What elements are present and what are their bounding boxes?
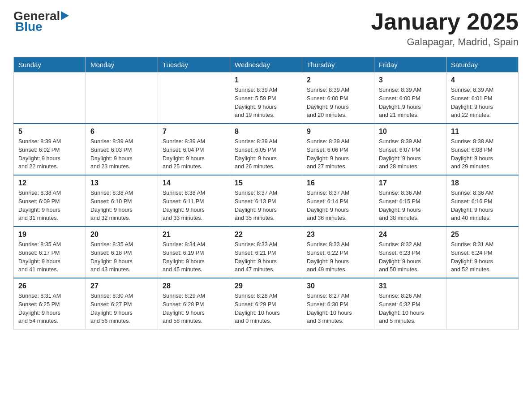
day-number: 17 xyxy=(379,179,442,187)
calendar-header-thursday: Thursday xyxy=(302,57,374,73)
calendar-cell: 5Sunrise: 8:39 AM Sunset: 6:02 PM Daylig… xyxy=(14,124,86,175)
day-number: 10 xyxy=(379,128,442,136)
calendar-cell: 15Sunrise: 8:37 AM Sunset: 6:13 PM Dayli… xyxy=(230,175,302,227)
calendar-cell: 25Sunrise: 8:31 AM Sunset: 6:24 PM Dayli… xyxy=(446,227,519,278)
day-info: Sunrise: 8:39 AM Sunset: 6:00 PM Dayligh… xyxy=(307,86,369,120)
calendar-header-monday: Monday xyxy=(86,57,158,73)
calendar-cell: 28Sunrise: 8:29 AM Sunset: 6:28 PM Dayli… xyxy=(158,278,230,330)
calendar-cell: 16Sunrise: 8:37 AM Sunset: 6:14 PM Dayli… xyxy=(302,175,374,227)
calendar-cell: 22Sunrise: 8:33 AM Sunset: 6:21 PM Dayli… xyxy=(230,227,302,278)
day-info: Sunrise: 8:27 AM Sunset: 6:30 PM Dayligh… xyxy=(307,292,369,325)
day-number: 31 xyxy=(379,282,442,290)
day-number: 15 xyxy=(235,179,297,187)
day-info: Sunrise: 8:31 AM Sunset: 6:25 PM Dayligh… xyxy=(18,292,81,325)
calendar-cell: 24Sunrise: 8:32 AM Sunset: 6:23 PM Dayli… xyxy=(374,227,446,278)
day-number: 2 xyxy=(307,76,369,84)
day-number: 5 xyxy=(18,128,81,136)
calendar-cell: 6Sunrise: 8:39 AM Sunset: 6:03 PM Daylig… xyxy=(86,124,158,175)
day-number: 28 xyxy=(163,282,225,290)
day-number: 30 xyxy=(307,282,369,290)
calendar-cell: 18Sunrise: 8:36 AM Sunset: 6:16 PM Dayli… xyxy=(446,175,519,227)
title-block: January 2025 Galapagar, Madrid, Spain xyxy=(371,9,519,48)
calendar-cell: 29Sunrise: 8:28 AM Sunset: 6:29 PM Dayli… xyxy=(230,278,302,330)
day-info: Sunrise: 8:36 AM Sunset: 6:16 PM Dayligh… xyxy=(451,189,514,223)
calendar-header-row: SundayMondayTuesdayWednesdayThursdayFrid… xyxy=(14,57,519,73)
calendar-cell: 7Sunrise: 8:39 AM Sunset: 6:04 PM Daylig… xyxy=(158,124,230,175)
calendar-cell xyxy=(158,73,230,124)
day-info: Sunrise: 8:35 AM Sunset: 6:17 PM Dayligh… xyxy=(18,240,81,274)
day-number: 19 xyxy=(18,231,81,239)
day-number: 26 xyxy=(18,282,81,290)
calendar-week-row: 12Sunrise: 8:38 AM Sunset: 6:09 PM Dayli… xyxy=(14,175,519,227)
calendar-cell: 27Sunrise: 8:30 AM Sunset: 6:27 PM Dayli… xyxy=(86,278,158,330)
day-number: 20 xyxy=(90,231,153,239)
calendar-cell: 9Sunrise: 8:39 AM Sunset: 6:06 PM Daylig… xyxy=(302,124,374,175)
day-number: 14 xyxy=(163,179,225,187)
calendar-cell: 13Sunrise: 8:38 AM Sunset: 6:10 PM Dayli… xyxy=(86,175,158,227)
day-info: Sunrise: 8:39 AM Sunset: 5:59 PM Dayligh… xyxy=(235,86,297,120)
logo: General Blue xyxy=(13,9,69,34)
calendar-cell: 8Sunrise: 8:39 AM Sunset: 6:05 PM Daylig… xyxy=(230,124,302,175)
day-number: 12 xyxy=(18,179,81,187)
day-info: Sunrise: 8:29 AM Sunset: 6:28 PM Dayligh… xyxy=(163,292,225,325)
day-info: Sunrise: 8:39 AM Sunset: 6:00 PM Dayligh… xyxy=(379,86,442,120)
calendar-cell: 14Sunrise: 8:38 AM Sunset: 6:11 PM Dayli… xyxy=(158,175,230,227)
calendar-cell: 1Sunrise: 8:39 AM Sunset: 5:59 PM Daylig… xyxy=(230,73,302,124)
calendar-cell: 30Sunrise: 8:27 AM Sunset: 6:30 PM Dayli… xyxy=(302,278,374,330)
calendar-cell: 12Sunrise: 8:38 AM Sunset: 6:09 PM Dayli… xyxy=(14,175,86,227)
logo-arrow-icon xyxy=(61,11,69,20)
day-info: Sunrise: 8:39 AM Sunset: 6:01 PM Dayligh… xyxy=(451,86,514,120)
day-info: Sunrise: 8:33 AM Sunset: 6:22 PM Dayligh… xyxy=(307,240,369,274)
day-info: Sunrise: 8:35 AM Sunset: 6:18 PM Dayligh… xyxy=(90,240,153,274)
day-number: 29 xyxy=(235,282,297,290)
day-number: 24 xyxy=(379,231,442,239)
day-info: Sunrise: 8:38 AM Sunset: 6:09 PM Dayligh… xyxy=(18,189,81,223)
calendar-cell: 4Sunrise: 8:39 AM Sunset: 6:01 PM Daylig… xyxy=(446,73,519,124)
day-info: Sunrise: 8:26 AM Sunset: 6:32 PM Dayligh… xyxy=(379,292,442,325)
day-info: Sunrise: 8:39 AM Sunset: 6:04 PM Dayligh… xyxy=(163,137,225,171)
day-number: 7 xyxy=(163,128,225,136)
day-info: Sunrise: 8:37 AM Sunset: 6:13 PM Dayligh… xyxy=(235,189,297,223)
calendar-cell: 20Sunrise: 8:35 AM Sunset: 6:18 PM Dayli… xyxy=(86,227,158,278)
day-number: 16 xyxy=(307,179,369,187)
day-number: 8 xyxy=(235,128,297,136)
day-info: Sunrise: 8:30 AM Sunset: 6:27 PM Dayligh… xyxy=(90,292,153,325)
calendar-week-row: 1Sunrise: 8:39 AM Sunset: 5:59 PM Daylig… xyxy=(14,73,519,124)
logo-blue-text: Blue xyxy=(13,20,69,34)
calendar-header-saturday: Saturday xyxy=(446,57,519,73)
day-info: Sunrise: 8:39 AM Sunset: 6:02 PM Dayligh… xyxy=(18,137,81,171)
day-info: Sunrise: 8:39 AM Sunset: 6:07 PM Dayligh… xyxy=(379,137,442,171)
calendar-cell xyxy=(14,73,86,124)
day-number: 27 xyxy=(90,282,153,290)
calendar-cell: 10Sunrise: 8:39 AM Sunset: 6:07 PM Dayli… xyxy=(374,124,446,175)
day-info: Sunrise: 8:32 AM Sunset: 6:23 PM Dayligh… xyxy=(379,240,442,274)
calendar-cell: 2Sunrise: 8:39 AM Sunset: 6:00 PM Daylig… xyxy=(302,73,374,124)
calendar-header-sunday: Sunday xyxy=(14,57,86,73)
day-number: 21 xyxy=(163,231,225,239)
day-number: 23 xyxy=(307,231,369,239)
calendar-cell: 21Sunrise: 8:34 AM Sunset: 6:19 PM Dayli… xyxy=(158,227,230,278)
day-info: Sunrise: 8:39 AM Sunset: 6:03 PM Dayligh… xyxy=(90,137,153,171)
calendar-cell xyxy=(86,73,158,124)
day-number: 3 xyxy=(379,76,442,84)
day-number: 9 xyxy=(307,128,369,136)
day-number: 13 xyxy=(90,179,153,187)
day-info: Sunrise: 8:38 AM Sunset: 6:08 PM Dayligh… xyxy=(451,137,514,171)
calendar-header-friday: Friday xyxy=(374,57,446,73)
day-number: 18 xyxy=(451,179,514,187)
month-year-title: January 2025 xyxy=(371,9,519,34)
day-info: Sunrise: 8:28 AM Sunset: 6:29 PM Dayligh… xyxy=(235,292,297,325)
page-header: General Blue January 2025 Galapagar, Mad… xyxy=(13,9,519,48)
calendar-cell: 17Sunrise: 8:36 AM Sunset: 6:15 PM Dayli… xyxy=(374,175,446,227)
calendar-table: SundayMondayTuesdayWednesdayThursdayFrid… xyxy=(13,57,519,330)
location-subtitle: Galapagar, Madrid, Spain xyxy=(371,36,519,48)
day-info: Sunrise: 8:33 AM Sunset: 6:21 PM Dayligh… xyxy=(235,240,297,274)
calendar-cell: 31Sunrise: 8:26 AM Sunset: 6:32 PM Dayli… xyxy=(374,278,446,330)
day-info: Sunrise: 8:39 AM Sunset: 6:05 PM Dayligh… xyxy=(235,137,297,171)
calendar-week-row: 19Sunrise: 8:35 AM Sunset: 6:17 PM Dayli… xyxy=(14,227,519,278)
day-info: Sunrise: 8:39 AM Sunset: 6:06 PM Dayligh… xyxy=(307,137,369,171)
day-number: 6 xyxy=(90,128,153,136)
day-info: Sunrise: 8:38 AM Sunset: 6:10 PM Dayligh… xyxy=(90,189,153,223)
day-info: Sunrise: 8:31 AM Sunset: 6:24 PM Dayligh… xyxy=(451,240,514,274)
calendar-week-row: 26Sunrise: 8:31 AM Sunset: 6:25 PM Dayli… xyxy=(14,278,519,330)
